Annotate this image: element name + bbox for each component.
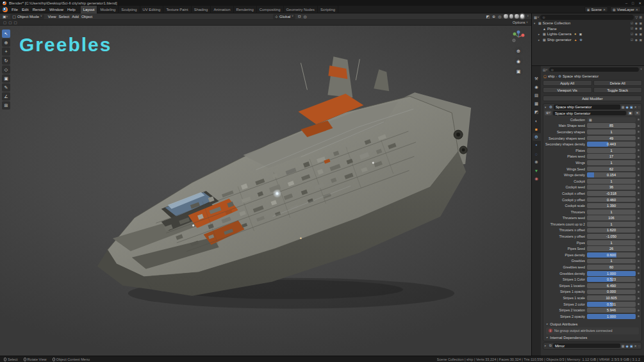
expand-icon[interactable]: ▾ <box>545 106 548 109</box>
param-field-cockpit-y-offset[interactable]: 0.460 <box>587 197 636 202</box>
decorator-dot-icon[interactable] <box>638 303 640 305</box>
new-collection-icon[interactable]: ⊞ <box>639 15 642 19</box>
tool-annotate[interactable]: ✎ <box>2 83 10 92</box>
param-field-wings[interactable]: 1 <box>587 160 636 165</box>
properties-tab-output[interactable]: ▤ <box>533 92 541 99</box>
render-toggle-icon[interactable]: ▣ <box>630 344 633 348</box>
decorator-dot-icon[interactable] <box>638 217 640 219</box>
workspace-tab-animation[interactable]: Animation <box>211 6 233 13</box>
workspace-tab-texture-paint[interactable]: Texture Paint <box>163 6 191 13</box>
decorator-dot-icon[interactable] <box>638 267 640 268</box>
param-field-thrusters-count-up-to-2[interactable]: 1 <box>587 222 636 227</box>
decorator-dot-icon[interactable] <box>638 180 640 182</box>
shading-solid-icon[interactable] <box>509 14 514 19</box>
tool-add-primitive[interactable]: ⊞ <box>2 101 10 110</box>
param-field-pipes-seed[interactable]: 26 <box>587 246 636 251</box>
properties-tab-tool[interactable]: ⚒ <box>533 75 541 83</box>
fake-user-icon[interactable]: ▣ <box>627 111 633 116</box>
decorator-dot-icon[interactable] <box>638 137 640 139</box>
outliner-row-plane[interactable]: ▲ Plane ☑ ◉ ▣ <box>532 26 644 32</box>
orientation-dropdown[interactable]: ⊹ Global ˅ <box>273 14 295 19</box>
delete-all-button[interactable]: Delete All <box>593 80 643 86</box>
param-field-thrusters-seed[interactable]: 106 <box>587 215 636 220</box>
decorator-dot-icon[interactable] <box>638 149 640 151</box>
param-field-cockpit[interactable]: 1 <box>587 179 636 184</box>
properties-tab-modifiers[interactable]: ⚙ <box>533 133 541 141</box>
param-field-greebles-density[interactable]: 1.000 <box>587 271 636 276</box>
decorator-dot-icon[interactable] <box>638 309 640 311</box>
screen-visibility-icon[interactable]: ◉ <box>635 22 638 25</box>
filter-icon[interactable]: ▽ <box>635 15 638 19</box>
unlink-icon[interactable]: ✕ <box>603 8 606 12</box>
param-field-secondary-shapes-seed[interactable]: 49 <box>587 136 636 141</box>
camera-visibility-icon[interactable]: ▣ <box>639 38 642 42</box>
param-field-stripes-1-location[interactable]: 6.490 <box>587 283 636 288</box>
camera-visibility-icon[interactable]: ▣ <box>639 33 642 36</box>
tool-rotate[interactable]: ↻ <box>2 56 10 65</box>
outliner-search-input[interactable]: ⊙ <box>540 15 634 20</box>
internal-dependencies-section[interactable]: ▸ Internal Dependencies <box>543 334 641 341</box>
minimize-icon[interactable]: – <box>625 1 627 5</box>
decorator-dot-icon[interactable] <box>638 168 640 170</box>
viewport-menu-object[interactable]: Object <box>80 15 94 19</box>
xray-icon[interactable]: ◎ <box>498 14 501 19</box>
checkbox-icon[interactable]: ☑ <box>631 27 633 30</box>
editor-type-icon[interactable]: ▣˅ <box>3 14 8 19</box>
tool-option-icon[interactable]: ▢ <box>8 21 12 24</box>
camera-visibility-icon[interactable]: ▣ <box>639 27 642 30</box>
decorator-dot-icon[interactable] <box>638 156 640 158</box>
proportional-edit-icon[interactable]: ◎ <box>303 14 306 19</box>
param-field-plates[interactable]: 1 <box>587 148 636 153</box>
decorator-dot-icon[interactable] <box>638 186 640 188</box>
decorator-dot-icon[interactable] <box>638 211 640 213</box>
camera-visibility-icon[interactable]: ▣ <box>639 22 642 25</box>
checkbox-icon[interactable]: ☑ <box>631 33 633 36</box>
decorator-dot-icon[interactable] <box>638 236 640 238</box>
param-field-wings-seed[interactable]: 62 <box>587 167 636 172</box>
workspace-tab-uv-editing[interactable]: UV Editing <box>140 6 164 13</box>
viewport-menu-add[interactable]: Add <box>70 15 80 19</box>
param-field-stripes-2-opacity[interactable]: 1.000 <box>587 314 636 319</box>
filter-icon[interactable]: ˅ <box>640 68 642 71</box>
disclosure-icon[interactable]: ▸ <box>538 33 541 36</box>
decorator-dot-icon[interactable] <box>638 279 640 281</box>
workspace-tab-compositing[interactable]: Compositing <box>257 6 284 13</box>
decorator-dot-icon[interactable] <box>638 161 640 163</box>
param-field-wings-density[interactable]: 0.154 <box>587 172 636 177</box>
overlays-icon[interactable]: ⊕ <box>492 14 495 19</box>
realtime-toggle-icon[interactable]: ◉ <box>626 344 629 348</box>
properties-tab-object-data[interactable]: ▼ <box>533 167 541 174</box>
checkbox-icon[interactable]: ☑ <box>631 22 633 25</box>
param-field-greebles[interactable]: 1 <box>587 259 636 264</box>
properties-tab-particles[interactable]: * <box>533 142 541 149</box>
param-field-thrusters-y-offset[interactable]: -1.050 <box>587 234 636 239</box>
decorator-dot-icon[interactable] <box>638 119 640 120</box>
shading-dropdown-icon[interactable]: ˅ <box>527 15 529 18</box>
param-field-stripes-1-opacity[interactable]: 0.000 <box>587 290 636 295</box>
param-field-thrusters-x-offset[interactable]: 1.620 <box>587 228 636 233</box>
decorator-dot-icon[interactable] <box>638 297 640 299</box>
decorator-dot-icon[interactable] <box>638 223 640 225</box>
menu-help[interactable]: Help <box>65 7 78 12</box>
menu-window[interactable]: Window <box>47 7 65 12</box>
param-field-cockpit-scale[interactable]: 1.390 <box>587 203 636 208</box>
outliner-row-ship-generator[interactable]: ▸ ▦ Ship generator ▲⚙ ☑ ◉ ▣ <box>532 37 644 43</box>
show-gizmo-icon[interactable]: ◩ <box>486 14 490 19</box>
param-field-greebles-seed[interactable]: 60 <box>587 265 636 270</box>
node-group-name-field[interactable]: Space ship Generator <box>553 111 626 116</box>
expand-icon[interactable]: ▸ <box>545 344 548 347</box>
checkbox-icon[interactable]: ☑ <box>631 38 633 42</box>
decorator-dot-icon[interactable] <box>638 248 640 250</box>
unlink-icon[interactable]: ✕ <box>636 8 638 12</box>
decorator-dot-icon[interactable] <box>638 260 640 262</box>
workspace-tab-scripting[interactable]: Scripting <box>318 6 338 13</box>
close-icon[interactable]: ✕ <box>638 1 641 5</box>
tool-option-icon[interactable]: ▢ <box>3 21 6 24</box>
axis-gizmo-icon[interactable] <box>511 29 526 45</box>
screen-visibility-icon[interactable]: ◉ <box>635 33 638 36</box>
menu-file[interactable]: File <box>10 7 20 12</box>
screen-visibility-icon[interactable]: ◉ <box>635 27 638 30</box>
decorator-dot-icon[interactable] <box>638 254 640 256</box>
tool-option-icon[interactable]: ▢ <box>13 21 17 24</box>
snap-magnet-icon[interactable]: Ω <box>298 15 301 19</box>
